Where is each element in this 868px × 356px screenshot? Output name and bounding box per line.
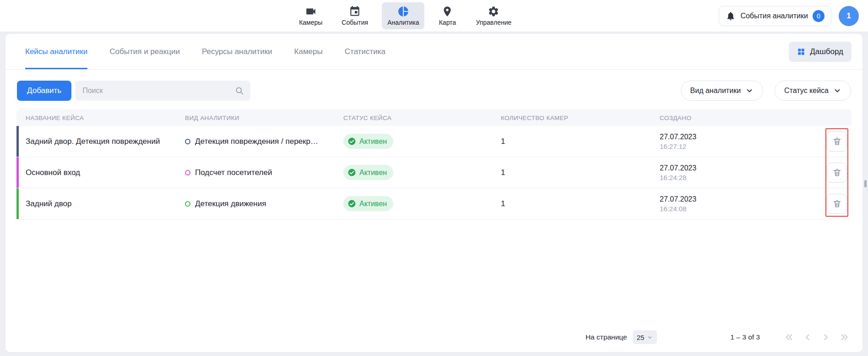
status-badge: Активен — [343, 134, 393, 149]
dashboard-button[interactable]: Дашборд — [789, 42, 852, 62]
per-page-value: 25 — [637, 334, 645, 341]
status-cell: Активен — [343, 134, 501, 149]
tab-analytics-resources[interactable]: Ресурсы аналитики — [202, 34, 272, 69]
nav-label-events: События — [342, 19, 368, 26]
created-cell: 27.07.2023 16:24:08 — [660, 195, 822, 213]
row-accent-bar — [16, 188, 19, 219]
row-accent-bar — [16, 126, 19, 157]
nav-item-management[interactable]: Управление — [470, 2, 517, 29]
filter-analytics-type-label: Вид аналитики — [690, 87, 741, 95]
events-button-label: События аналитики — [740, 12, 808, 20]
status-label: Активен — [359, 169, 387, 177]
created-time: 16:24:28 — [660, 174, 822, 181]
analytics-type-cell: Детекция движения — [185, 199, 343, 208]
filter-case-status[interactable]: Статус кейса — [775, 81, 851, 101]
bell-icon — [726, 11, 736, 21]
created-date: 27.07.2023 — [660, 133, 822, 141]
created-cell: 27.07.2023 16:24:28 — [660, 164, 822, 181]
delete-button[interactable] — [827, 194, 847, 214]
scrollbar-thumb[interactable] — [864, 180, 867, 187]
col-header-case-status: СТАТУС КЕЙСА — [343, 115, 501, 121]
prev-page-button[interactable] — [802, 332, 813, 343]
analytics-events-button[interactable]: События аналитики 0 — [719, 6, 831, 26]
nav-label-management: Управление — [476, 19, 511, 26]
check-circle-icon — [347, 137, 356, 146]
per-page-select[interactable]: 25 — [633, 330, 657, 344]
created-date: 27.07.2023 — [660, 195, 822, 203]
col-header-case-name: НАЗВАНИЕ КЕЙСА — [16, 115, 185, 121]
created-date: 27.07.2023 — [660, 164, 822, 172]
pagination-bar: На странице 25 1 – 3 of 3 — [5, 323, 863, 352]
analytics-type-cell: Детекция повреждения / перекр… — [185, 137, 343, 146]
user-avatar[interactable]: 1 — [839, 6, 859, 26]
tab-cameras[interactable]: Камеры — [294, 34, 323, 69]
created-time: 16:24:08 — [660, 205, 822, 213]
search-box — [75, 81, 250, 101]
analytics-pie-icon — [397, 5, 409, 17]
status-badge: Активен — [343, 165, 393, 180]
table-row[interactable]: Основной вход Подсчет посетителей Активе… — [16, 157, 852, 188]
camera-count: 1 — [501, 199, 660, 208]
chevron-down-icon — [833, 87, 841, 95]
created-time: 16:27:12 — [660, 142, 822, 150]
analytics-type-dot — [185, 170, 190, 175]
map-pin-icon — [441, 5, 453, 17]
status-label: Активен — [359, 200, 387, 208]
filters: Вид аналитики Статус кейса — [681, 81, 851, 101]
actions-cell — [822, 131, 852, 152]
search-icon — [235, 86, 244, 95]
status-cell: Активен — [343, 196, 501, 211]
last-page-button[interactable] — [839, 332, 850, 343]
tab-events-reactions[interactable]: События и реакции — [109, 34, 180, 69]
nav-item-events[interactable]: События — [336, 2, 374, 29]
toolbar: Добавить Вид аналитики Статус кейса — [5, 70, 863, 101]
top-navbar: Камеры События Аналитика Карта — [0, 0, 868, 32]
content-card: Кейсы аналитики События и реакции Ресурс… — [5, 34, 863, 352]
case-name: Задний двор — [16, 199, 185, 208]
next-page-button[interactable] — [820, 332, 831, 343]
camera-count: 1 — [501, 137, 660, 146]
main-nav: Камеры События Аналитика Карта — [293, 2, 517, 29]
camera-count: 1 — [501, 168, 660, 177]
camera-icon — [305, 5, 317, 17]
row-accent-bar — [16, 157, 19, 188]
created-cell: 27.07.2023 16:27:12 — [660, 133, 822, 150]
analytics-type-label: Подсчет посетителей — [195, 168, 272, 177]
tabs-bar: Кейсы аналитики События и реакции Ресурс… — [25, 34, 385, 69]
analytics-type-label: Детекция повреждения / перекр… — [195, 137, 318, 146]
delete-button[interactable] — [827, 163, 847, 183]
page-range: 1 – 3 of 3 — [730, 333, 760, 341]
analytics-type-cell: Подсчет посетителей — [185, 168, 343, 177]
filter-analytics-type[interactable]: Вид аналитики — [681, 81, 764, 101]
search-input[interactable] — [75, 87, 250, 95]
tabs-row: Кейсы аналитики События и реакции Ресурс… — [5, 34, 863, 70]
analytics-type-dot — [185, 139, 190, 144]
cases-table: НАЗВАНИЕ КЕЙСА ВИД АНАЛИТИКИ СТАТУС КЕЙС… — [16, 110, 852, 219]
nav-item-map[interactable]: Карта — [433, 2, 462, 29]
nav-label-cameras: Камеры — [299, 19, 322, 26]
case-name: Задний двор. Детекция повреждений — [16, 137, 185, 146]
chevron-down-icon — [647, 334, 653, 340]
col-header-created: СОЗДАНО — [660, 115, 822, 121]
analytics-page: Камеры События Аналитика Карта — [0, 0, 868, 356]
tab-statistics[interactable]: Статистика — [345, 34, 385, 69]
col-header-camera-count: КОЛИЧЕСТВО КАМЕР — [501, 115, 660, 121]
nav-label-analytics: Аналитика — [387, 19, 419, 26]
filter-case-status-label: Статус кейса — [784, 87, 829, 95]
actions-cell — [822, 194, 852, 214]
nav-item-cameras[interactable]: Камеры — [293, 2, 328, 29]
table-row[interactable]: Задний двор. Детекция повреждений Детекц… — [16, 126, 852, 157]
topbar-right: События аналитики 0 1 — [719, 6, 859, 26]
chevron-down-icon — [745, 87, 754, 95]
nav-item-analytics[interactable]: Аналитика — [382, 2, 424, 29]
first-page-button[interactable] — [784, 332, 795, 343]
table-body: Задний двор. Детекция повреждений Детекц… — [16, 126, 852, 219]
add-button[interactable]: Добавить — [17, 81, 71, 101]
tab-analytics-cases[interactable]: Кейсы аналитики — [25, 34, 87, 69]
status-badge: Активен — [343, 196, 393, 211]
status-cell: Активен — [343, 165, 501, 180]
dashboard-button-label: Дашборд — [810, 47, 843, 56]
per-page-label: На странице — [586, 333, 627, 341]
table-row[interactable]: Задний двор Детекция движения Активен — [16, 188, 852, 219]
delete-button[interactable] — [827, 131, 847, 152]
